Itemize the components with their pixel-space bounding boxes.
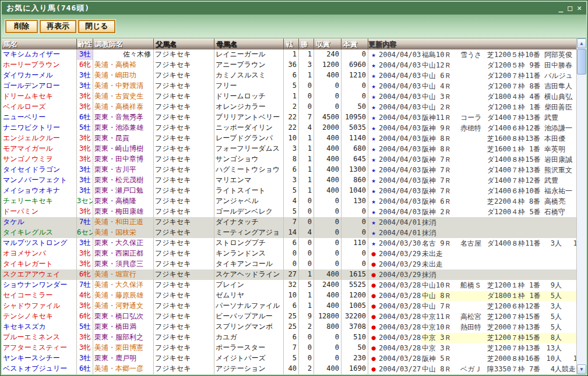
col-header-sire[interactable]: 父馬名 — [154, 38, 214, 49]
minimize-icon[interactable]: _ — [559, 4, 564, 12]
table-row[interactable]: マキシムカイザー3牡佐々木修フジキセキレイニーガール112400★2004/04… — [2, 49, 576, 60]
table-row[interactable]: ゴールデンアロー3牡美浦・中野渡清フジキセキフリー5000★2004/04/03… — [2, 81, 576, 91]
update-weight-or-finish: 13着 — [562, 354, 576, 364]
table-row[interactable]: チェリーキセキ3セン栗東・高橋隆フジキセキアンジャベル400130★2004/0… — [2, 196, 576, 207]
sire-cell: フジキセキ — [154, 207, 214, 217]
update-jockey-or-popularity: 武豊 — [544, 113, 576, 123]
table-row[interactable]: ブルーエミネンス3牝栗東・服部利之フジキセキカユガ600510●2004/03/… — [2, 332, 576, 343]
update-course: 芝2000７枠13番 — [487, 322, 544, 332]
age-sex-cell: 3牡 — [77, 81, 93, 91]
table-row[interactable]: マンノパーフェクト3牡栗東・松元茂樹フジキセキマリエンマ31400860★200… — [2, 175, 576, 186]
update-venue: 中山 3Ｒ — [422, 92, 460, 102]
table-row[interactable]: タイセイドラゴン3牡栗東・古川平フジキセキハグミートウショウ614001300★… — [2, 165, 576, 175]
dam-cell: アニーブラウン — [214, 60, 284, 70]
table-row[interactable]: タイキレガート3牝栗東・須貝彦三フジキセキタイキアンコール0000●2004/0… — [2, 259, 576, 269]
table-row[interactable]: アフターミスティー3牝美浦・栗田博憲フジキセキポーラースター70050●2004… — [2, 343, 576, 353]
scrollbar-thumb[interactable] — [577, 49, 586, 75]
update-course: 芝1200７枠13番 — [487, 343, 544, 353]
update-date: 2004/04/01 — [379, 218, 422, 228]
table-row[interactable]: ショウナンワンダー7牡美浦・大久保洋フジキセキプレイン32524005525●2… — [2, 280, 576, 290]
table-row[interactable]: メイショウオキナ3牡栗東・瀬戸口勉フジキセキライトスイート514001040★2… — [2, 186, 576, 196]
table-row[interactable]: シャドウファイル3牝美浦・河野通文フジキセキパーソナルファイル614001005… — [2, 301, 576, 311]
table-row[interactable]: マルブツストロング3牡栗東・大久保正フジキセキストロングプチ600110★200… — [2, 238, 576, 249]
col-header-age-sex[interactable]: 齢性 — [77, 38, 93, 49]
update-weight-or-finish: 5着 — [562, 281, 576, 290]
dam-cell: カユガ — [214, 332, 284, 343]
col-header-update[interactable]: 更新内容 — [368, 38, 576, 49]
update-venue: 阪神 5Ｒ — [422, 354, 460, 364]
table-row[interactable]: オヨメサンバ3牝栗東・西園正都フジキセキキンランドンス0000●2004/03/… — [2, 249, 576, 259]
table-row[interactable]: ヤンキースシチー3牡栗東・鹿戸明フジキセキメイジトパーズ500230●2004/… — [2, 353, 576, 364]
update-race-name — [460, 207, 487, 217]
delete-button[interactable]: 削除 — [5, 20, 38, 33]
table-row[interactable]: タケル7牡美浦・和田正道フジキセキダイナタッチ7000★2004/04/01抹消 — [2, 217, 576, 228]
update-venue: 中山 7Ｒ — [422, 301, 460, 311]
maximize-icon[interactable]: □ — [568, 4, 572, 12]
table-row[interactable]: キセキスズカ5牡栗東・橋田満フジキセキスプリングマンボ2528003708●20… — [2, 322, 576, 332]
update-cell: ●2004/03/28阪神 5Ｒ芝2000８枠16番10人13着 — [368, 353, 576, 364]
table-row[interactable]: ドーパミン3牝栗東・梅田康雄フジキセキゴールデンベレク5000★2004/04/… — [2, 207, 576, 217]
table-row[interactable]: ダイワカーメル3牡美浦・嶋田功フジキセキカミノスルスミ614001210★200… — [2, 70, 576, 81]
update-weight-or-finish: 2着 — [562, 291, 576, 301]
update-cell: ★2004/04/03福島10Ｒ雪うさ芝1200５枠10番阿部英俊56.0 — [368, 49, 576, 60]
app-window: お気に入り馬(746頭) _ □ ✕ 削除 再表示 閉じる 馬名 齢性 調教師名… — [0, 0, 588, 376]
update-jockey-or-popularity: 8人 — [544, 333, 562, 343]
table-row[interactable]: ホーリーブラウン6牝美浦・高橋裕フジキセキアニーブラウン36312006960★… — [2, 60, 576, 70]
trainer-cell: 美浦・河野通文 — [93, 301, 154, 311]
earnings-cell: 0 — [314, 228, 341, 238]
star-icon: ★ — [368, 186, 379, 196]
table-row[interactable]: ドリームキセキ3牝美浦・古賀史生フジキセキドリームロッチ1000★2004/04… — [2, 91, 576, 102]
scroll-up-icon[interactable]: ▲ — [577, 38, 586, 48]
age-sex-cell: 7牡 — [77, 217, 93, 228]
star-icon: ★ — [368, 92, 379, 102]
prize-cell: 50 — [341, 343, 368, 353]
scroll-down-icon[interactable]: ▼ — [577, 364, 586, 374]
table-row[interactable]: セイコーミラー4牝美浦・藤原辰雄フジキセキゼムリヤ1014001200●2004… — [2, 290, 576, 301]
horse-name-cell: モアマイガール — [2, 144, 77, 154]
col-header-wins[interactable]: 勝 — [299, 38, 314, 49]
horse-name-cell: ドリームキセキ — [2, 91, 77, 102]
scrollbar-track[interactable] — [577, 75, 586, 364]
col-header-horse-name[interactable]: 馬名 — [2, 38, 77, 49]
table-row[interactable]: タイキレグルス6セン美浦・国枝栄フジキセキミーティングアジョ14400★2004… — [2, 228, 576, 238]
update-venue: 中山 2Ｒ — [422, 102, 460, 112]
races-cell: 22 — [284, 112, 299, 123]
prize-cell: 0 — [341, 207, 368, 217]
prize-cell: 3708 — [341, 322, 368, 332]
horse-name-cell: シャドウファイル — [2, 301, 77, 311]
update-detail-group: 中京 3Ｒ芝1200７枠15番8人2着 — [422, 333, 576, 343]
vertical-scrollbar[interactable]: ▲ ▼ — [576, 38, 586, 374]
dam-cell: オレンジカラー — [214, 102, 284, 112]
table-row[interactable]: ニューベリー6牡栗東・音無秀孝フジキセキブリリアントベリー22745001095… — [2, 112, 576, 123]
table-row[interactable]: スクエアアウェイ6牝美浦・堀宣行フジキセキスケアヘッドライン2714001615… — [2, 269, 576, 280]
close-button[interactable]: 閉じる — [78, 20, 115, 33]
age-sex-cell: 3牝 — [77, 332, 93, 343]
col-header-prize[interactable]: 本賞 — [341, 38, 368, 49]
earnings-cell: 0 — [314, 91, 341, 102]
sire-cell: フジキセキ — [154, 228, 214, 238]
refresh-button[interactable]: 再表示 — [40, 20, 76, 33]
table-row[interactable]: サンゴノウミヲ3牝栗東・田中章博フジキセキサンゴショウ81400645★2004… — [2, 154, 576, 165]
trainer-cell: 栗東・須貝彦三 — [93, 259, 154, 269]
table-row[interactable]: ベストオブジュリー6牡美浦・本郷一彦フジキセキアジテーション4024001690… — [2, 364, 576, 374]
sire-cell: フジキセキ — [154, 290, 214, 301]
col-header-trainer[interactable]: 調教師名 — [93, 38, 154, 49]
col-header-earnings[interactable]: 収賞 — [314, 38, 341, 49]
dam-cell: サンゴショウ — [214, 154, 284, 165]
update-venue: 中京11Ｒ — [422, 312, 460, 322]
col-header-dam[interactable]: 母馬名 — [214, 38, 284, 49]
update-venue: 阪神 9Ｒ — [422, 123, 460, 133]
table-row[interactable]: ベイルローズ3牝美浦・高橋祥泰フジキセキオレンジカラー20050★2004/04… — [2, 102, 576, 112]
table-row[interactable]: モアマイガール3牝栗東・崎山博樹フジキセキフォーフリーダムス31400680★2… — [2, 144, 576, 154]
horse-name-cell: ホーリーブラウン — [2, 60, 77, 70]
prize-cell: 5525 — [341, 280, 368, 290]
col-header-races[interactable]: 戦 — [284, 38, 299, 49]
close-icon[interactable]: ✕ — [577, 4, 582, 12]
update-jockey-or-popularity: 高橋亮 — [544, 197, 576, 207]
table-row[interactable]: テンシノキセキ6牝栗東・橋口弘次フジキセキビーバップアルー25912800322… — [2, 311, 576, 322]
table-row[interactable]: ナニワビクトリー5牡栗東・池添兼雄フジキセキニッポーダイリン2242000503… — [2, 123, 576, 133]
races-cell: 14 — [284, 228, 299, 238]
circle-icon: ● — [368, 343, 379, 353]
table-row[interactable]: エンジェルクルー3牝栗東・昆貢フジキセキレーブドグランパ1014001140★2… — [2, 133, 576, 144]
races-cell: 5 — [284, 186, 299, 196]
